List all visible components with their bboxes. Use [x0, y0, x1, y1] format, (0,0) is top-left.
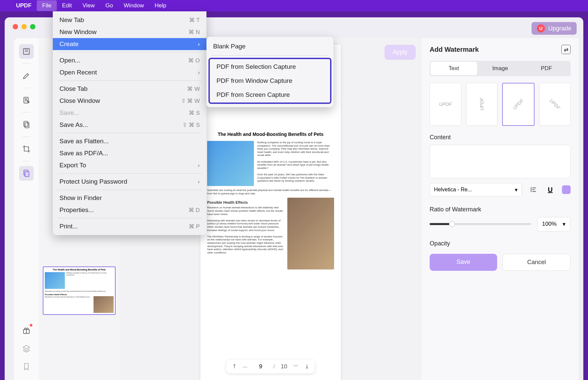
watermark-panel: Add Watermark ⇄ Text Image PDF UPDF UPDF… [422, 38, 579, 380]
panel-title: Add Watermark [430, 46, 479, 53]
upgrade-label: Upgrade [548, 25, 571, 32]
file-menu-dropdown: New Tab⌘ T New Window⌘ N Create› Open...… [53, 11, 206, 235]
close-window-icon[interactable] [13, 24, 18, 29]
watermark-styles: UPDF UPDF UPDF UPDF [430, 83, 571, 126]
underline-icon[interactable]: U [545, 185, 555, 195]
menu-export-to[interactable]: Export To› [53, 159, 206, 171]
minimize-window-icon[interactable] [21, 24, 27, 29]
submenu-blank-page[interactable]: Blank Page [206, 39, 333, 53]
prev-page-icon[interactable]: ︿ [243, 363, 248, 370]
menu-new-tab[interactable]: New Tab⌘ T [53, 14, 206, 26]
menu-open[interactable]: Open...⌘ O [53, 54, 206, 66]
layers-icon[interactable] [19, 341, 34, 356]
bookmark-icon[interactable] [19, 359, 34, 374]
menu-close-window[interactable]: Close Window⇧ ⌘ W [53, 95, 206, 107]
ratio-slider[interactable] [430, 223, 531, 225]
traffic-lights [13, 24, 35, 29]
opacity-label: Opacity [430, 240, 571, 247]
menu-new-window[interactable]: New Window⌘ N [53, 26, 206, 38]
tab-image[interactable]: Image [477, 62, 524, 75]
upgrade-icon: U [537, 24, 545, 32]
submenu-window-capture[interactable]: PDF from Window Capture [210, 74, 330, 88]
organize-tool-icon[interactable] [19, 117, 34, 132]
next-page-icon[interactable]: ﹀ [293, 363, 299, 370]
doc-title: The Health and Mood-Boosting Benefits of… [207, 132, 334, 137]
tab-text[interactable]: Text [431, 62, 477, 75]
menu-view[interactable]: View [77, 0, 100, 11]
menu-edit[interactable]: Edit [57, 0, 77, 11]
menu-close-tab[interactable]: Close Tab⌘ W [53, 83, 206, 95]
submenu-selection-capture[interactable]: PDF from Selection Capture [210, 60, 330, 74]
svg-rect-5 [25, 172, 29, 177]
page-thumbnail[interactable]: The Health and Mood-Boosting Benefits of… [43, 266, 116, 315]
color-swatch[interactable] [562, 185, 571, 194]
align-icon[interactable] [529, 185, 539, 195]
menubar: UPDF File Edit View Go Window Help [0, 0, 588, 11]
dog-image [287, 198, 334, 269]
menu-create[interactable]: Create› [53, 38, 206, 50]
watermark-content-input[interactable] [430, 145, 571, 178]
svg-rect-1 [24, 97, 28, 103]
menu-save-flatten[interactable]: Save as Flatten... [53, 135, 206, 147]
wm-style-horizontal[interactable]: UPDF [430, 83, 461, 126]
menu-file[interactable]: File [37, 0, 56, 11]
page-total: 10 [281, 363, 287, 370]
menu-window[interactable]: Window [118, 0, 149, 11]
swap-icon[interactable]: ⇄ [561, 45, 571, 54]
watermark-tool-icon[interactable] [19, 166, 34, 181]
wm-style-diagonal-down[interactable]: UPDF [539, 83, 571, 126]
menu-save-as[interactable]: Save As...⇧ ⌘ S [53, 119, 206, 131]
apply-button[interactable]: Apply [385, 45, 416, 60]
edit-tool-icon[interactable] [19, 93, 34, 108]
menu-save-pdfa[interactable]: Save as PDF/A... [53, 147, 206, 159]
last-page-icon[interactable]: ⤓ [305, 363, 309, 370]
save-button[interactable]: Save [430, 254, 497, 271]
cat-image [207, 141, 254, 186]
tab-pdf[interactable]: PDF [523, 62, 570, 75]
menu-properties[interactable]: Properties...⌘ D [53, 204, 206, 216]
left-toolbar [14, 38, 39, 380]
submenu-screen-capture[interactable]: PDF from Screen Capture [210, 88, 330, 102]
menu-save: Save...⌘ S [53, 107, 206, 119]
menu-print[interactable]: Print...⌘ P [53, 220, 206, 232]
first-page-icon[interactable]: ⤒ [232, 363, 237, 370]
svg-rect-3 [25, 123, 29, 128]
ratio-select[interactable]: 100%▾ [537, 217, 571, 231]
wm-style-vertical[interactable]: UPDF [466, 83, 498, 126]
font-select[interactable]: Helvetica - Re...▾ [430, 183, 522, 197]
menu-show-finder[interactable]: Show in Finder [53, 192, 206, 204]
page-navigation: ⤒ ︿ / 10 ﹀ ⤓ [226, 360, 315, 373]
page-number-input[interactable] [254, 363, 267, 370]
svg-rect-2 [24, 121, 28, 126]
menu-protect-password[interactable]: Protect Using Password› [53, 176, 206, 188]
menu-go[interactable]: Go [100, 0, 119, 11]
menu-help[interactable]: Help [149, 0, 172, 11]
menu-open-recent[interactable]: Open Recent› [53, 66, 206, 78]
highlighter-tool-icon[interactable] [19, 68, 34, 83]
watermark-type-tabs: Text Image PDF [430, 61, 571, 76]
cancel-button[interactable]: Cancel [502, 254, 571, 271]
create-submenu: Blank Page PDF from Selection Capture PD… [206, 37, 333, 107]
content-label: Content [430, 134, 571, 141]
gift-icon[interactable] [19, 323, 34, 338]
app-name[interactable]: UPDF [11, 0, 37, 11]
wm-style-diagonal-up[interactable]: UPDF [502, 83, 535, 126]
upgrade-button[interactable]: U Upgrade [532, 22, 577, 35]
ratio-label: Ratio of Watermark [430, 206, 571, 213]
reader-tool-icon[interactable] [19, 44, 34, 59]
crop-tool-icon[interactable] [19, 142, 34, 156]
capture-options-highlight: PDF from Selection Capture PDF from Wind… [208, 58, 331, 104]
maximize-window-icon[interactable] [30, 24, 35, 29]
